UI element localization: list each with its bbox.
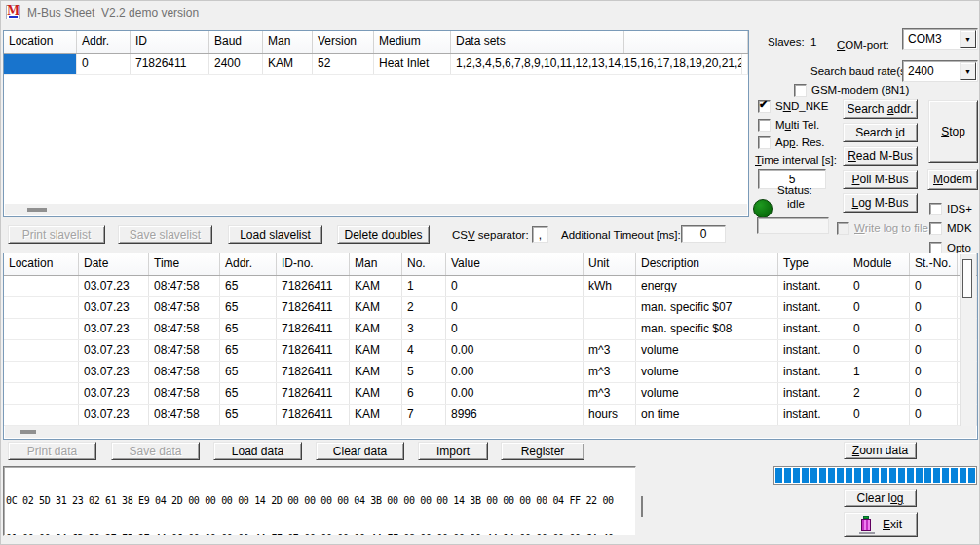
ids-checkbox[interactable]: IDS+ bbox=[929, 203, 972, 215]
table-cell[interactable]: 2400 bbox=[209, 54, 263, 74]
search-addr-button[interactable]: Search addr. bbox=[843, 99, 918, 119]
table-cell[interactable]: 0 bbox=[848, 405, 910, 425]
checkbox-box[interactable] bbox=[758, 136, 771, 149]
gsm-modem-checkbox[interactable]: GSM-modem (8N1) bbox=[794, 84, 909, 97]
column-header[interactable]: Medium bbox=[374, 31, 451, 53]
table-cell[interactable]: 71826411 bbox=[277, 319, 350, 339]
table-cell[interactable]: 1,2,3,4,5,6,7,8,9,10,11,12,13,14,15,16,1… bbox=[451, 54, 742, 74]
csv-separator-input[interactable]: , bbox=[532, 226, 548, 243]
table-cell[interactable] bbox=[4, 405, 79, 425]
table-cell[interactable] bbox=[4, 276, 79, 296]
table-cell[interactable]: 0 bbox=[910, 319, 958, 339]
table-cell[interactable]: man. specific $07 bbox=[636, 297, 778, 318]
table-cell[interactable]: 8996 bbox=[446, 405, 584, 425]
column-header[interactable]: Type bbox=[778, 253, 848, 275]
table-cell[interactable] bbox=[4, 362, 79, 382]
table-cell[interactable]: KAM bbox=[350, 276, 402, 296]
data-table-vscrollbar[interactable] bbox=[960, 254, 976, 426]
table-cell[interactable]: 3 bbox=[402, 319, 446, 339]
column-header[interactable]: Description bbox=[636, 253, 778, 275]
table-cell[interactable]: 71826411 bbox=[131, 54, 209, 74]
table-cell[interactable]: 08:47:58 bbox=[149, 297, 220, 318]
column-header[interactable]: ID-no. bbox=[277, 253, 350, 275]
clear-data-button[interactable]: Clear data bbox=[316, 442, 404, 460]
table-row[interactable]: 03.07.2308:47:586571826411KAM50.00m^3vol… bbox=[4, 362, 977, 383]
delete-doubles-button[interactable]: Delete doubles bbox=[337, 225, 430, 244]
table-cell[interactable]: instant. bbox=[778, 319, 848, 339]
table-cell[interactable]: 0 bbox=[446, 319, 584, 339]
table-cell[interactable]: 0 bbox=[910, 383, 958, 404]
table-cell[interactable]: KAM bbox=[350, 319, 402, 339]
table-cell[interactable]: instant. bbox=[778, 405, 848, 425]
table-row[interactable]: 03.07.2308:47:586571826411KAM40.00m^3vol… bbox=[4, 340, 977, 362]
column-header[interactable]: Data sets bbox=[451, 31, 624, 53]
table-cell[interactable]: 2 bbox=[848, 383, 910, 404]
table-row[interactable]: 03.07.2308:47:586571826411KAM10kWhenergy… bbox=[4, 276, 977, 297]
column-header[interactable]: No. bbox=[402, 253, 446, 275]
table-cell[interactable]: 4 bbox=[402, 340, 446, 361]
table-cell[interactable] bbox=[4, 54, 77, 74]
table-cell[interactable]: 5 bbox=[402, 362, 446, 382]
table-cell[interactable]: 0 bbox=[77, 54, 131, 74]
load-slavelist-button[interactable]: Load slavelist bbox=[228, 225, 322, 244]
table-row[interactable]: 03.07.2308:47:586571826411KAM30man. spec… bbox=[4, 319, 977, 340]
table-cell[interactable]: 0.00 bbox=[446, 340, 584, 361]
table-cell[interactable]: 08:47:58 bbox=[149, 276, 220, 296]
table-cell[interactable]: 65 bbox=[220, 297, 277, 318]
table-cell[interactable]: 7 bbox=[402, 405, 446, 425]
table-cell[interactable]: 08:47:58 bbox=[149, 383, 220, 404]
table-cell[interactable]: KAM bbox=[350, 405, 402, 425]
search-id-button[interactable]: Search id bbox=[843, 123, 918, 142]
table-cell[interactable] bbox=[4, 340, 79, 361]
additional-timeout-input[interactable]: 0 bbox=[681, 225, 726, 243]
table-cell[interactable]: 1 bbox=[848, 362, 910, 382]
table-cell[interactable]: 0 bbox=[910, 276, 958, 296]
table-row[interactable]: 03.07.2308:47:586571826411KAM78996hourso… bbox=[4, 405, 977, 426]
table-cell[interactable]: volume bbox=[636, 362, 778, 382]
column-header[interactable]: Location bbox=[4, 253, 79, 275]
import-button[interactable]: Import bbox=[418, 442, 488, 460]
stop-button[interactable]: Stop bbox=[928, 100, 978, 163]
baud-rate-select[interactable]: 2400 ▼ bbox=[902, 60, 978, 82]
table-cell[interactable]: 71826411 bbox=[277, 297, 350, 318]
chevron-down-icon[interactable]: ▼ bbox=[960, 30, 976, 48]
table-cell[interactable]: Heat Inlet bbox=[374, 54, 451, 74]
column-header[interactable]: Unit bbox=[584, 253, 636, 275]
table-row[interactable]: 03.07.2308:47:586571826411KAM20man. spec… bbox=[4, 297, 977, 319]
column-header[interactable]: Date bbox=[79, 253, 149, 275]
column-header[interactable]: Time bbox=[149, 253, 220, 275]
table-cell[interactable]: 65 bbox=[220, 362, 277, 382]
column-header[interactable] bbox=[624, 31, 748, 53]
table-cell[interactable]: instant. bbox=[778, 362, 848, 382]
table-cell[interactable]: kWh bbox=[584, 276, 636, 296]
checkbox-box[interactable] bbox=[929, 222, 942, 235]
table-cell[interactable]: 65 bbox=[220, 405, 277, 425]
snd-nke-checkbox[interactable]: SND_NKE bbox=[758, 100, 828, 113]
table-cell[interactable]: 0.00 bbox=[446, 383, 584, 404]
table-row[interactable]: 03.07.2308:47:586571826411KAM60.00m^3vol… bbox=[4, 383, 977, 405]
table-cell[interactable]: 0 bbox=[446, 297, 584, 318]
column-header[interactable]: Version bbox=[313, 31, 374, 53]
table-row[interactable]: 0718264112400KAM52Heat Inlet1,2,3,4,5,6,… bbox=[4, 54, 748, 75]
table-cell[interactable]: 03.07.23 bbox=[79, 362, 149, 382]
table-cell[interactable]: 1 bbox=[402, 276, 446, 296]
table-cell[interactable] bbox=[4, 383, 79, 404]
table-cell[interactable]: 71826411 bbox=[277, 405, 350, 425]
table-cell[interactable]: 71826411 bbox=[277, 362, 350, 382]
table-cell[interactable]: 08:47:58 bbox=[149, 319, 220, 339]
column-header[interactable]: Addr. bbox=[220, 253, 277, 275]
table-cell[interactable] bbox=[742, 54, 748, 74]
multi-tel-checkbox[interactable]: Multi Tel. bbox=[758, 119, 819, 132]
table-cell[interactable]: KAM bbox=[350, 340, 402, 361]
column-header[interactable]: Addr. bbox=[77, 31, 131, 53]
checkbox-box[interactable] bbox=[758, 100, 771, 113]
column-header[interactable]: Location bbox=[4, 31, 77, 53]
table-cell[interactable] bbox=[4, 319, 79, 339]
table-cell[interactable]: 65 bbox=[220, 319, 277, 339]
table-cell[interactable]: 0 bbox=[848, 276, 910, 296]
table-cell[interactable]: 0 bbox=[910, 340, 958, 361]
table-cell[interactable]: 52 bbox=[313, 54, 374, 74]
mdk-checkbox[interactable]: MDK bbox=[929, 222, 972, 235]
checkbox-box[interactable] bbox=[794, 84, 807, 97]
table-cell[interactable]: KAM bbox=[350, 362, 402, 382]
